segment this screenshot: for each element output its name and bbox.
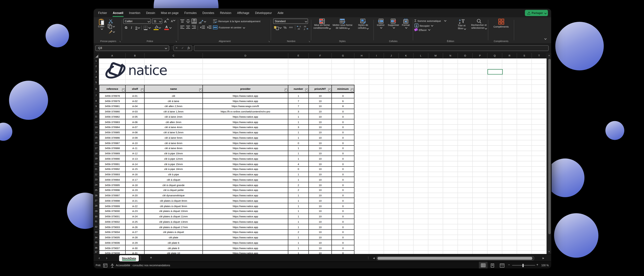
row-header-2[interactable]: 2 bbox=[94, 64, 99, 69]
cell[interactable]: 7 bbox=[288, 104, 309, 109]
cell[interactable] bbox=[309, 64, 332, 69]
sheet-tab-stockdata[interactable]: StockData bbox=[119, 255, 139, 261]
cell[interactable] bbox=[532, 109, 546, 114]
cell[interactable] bbox=[458, 245, 473, 251]
cell[interactable] bbox=[384, 172, 399, 177]
cell[interactable]: A-12 bbox=[126, 151, 144, 156]
cell[interactable] bbox=[502, 93, 517, 98]
dialog-launcher-icon[interactable]: ↘ bbox=[119, 40, 121, 42]
cell[interactable] bbox=[488, 93, 502, 98]
cell[interactable] bbox=[414, 85, 428, 93]
cell[interactable] bbox=[473, 161, 488, 167]
cell[interactable] bbox=[502, 135, 517, 140]
cell[interactable] bbox=[428, 93, 443, 98]
cell[interactable] bbox=[399, 209, 414, 214]
cell[interactable] bbox=[473, 146, 488, 151]
column-header-L[interactable]: L bbox=[414, 53, 428, 59]
cell[interactable] bbox=[369, 119, 384, 125]
cell[interactable] bbox=[532, 146, 546, 151]
cell[interactable]: https://www.natice.app bbox=[203, 156, 288, 161]
cell[interactable] bbox=[354, 98, 369, 104]
cell[interactable] bbox=[384, 177, 399, 182]
cell[interactable] bbox=[458, 130, 473, 135]
cell[interactable]: https://www.natice.app bbox=[203, 240, 288, 245]
cell[interactable] bbox=[502, 235, 517, 240]
cell[interactable] bbox=[443, 125, 458, 130]
table-header-priceUNT[interactable]: priceUNT▼ bbox=[309, 85, 332, 93]
cell[interactable] bbox=[532, 119, 546, 125]
cell[interactable] bbox=[458, 214, 473, 219]
cell[interactable]: https://www.natice.app bbox=[203, 167, 288, 172]
menu-tab-accueil[interactable]: Accueil bbox=[110, 9, 126, 17]
row-header-15[interactable]: 15 bbox=[94, 135, 99, 140]
cell[interactable] bbox=[502, 119, 517, 125]
format-painter-button[interactable] bbox=[107, 29, 114, 34]
cell[interactable]: 10 bbox=[309, 193, 332, 198]
prev-sheet-button[interactable]: ‹ bbox=[98, 254, 100, 262]
cell[interactable] bbox=[354, 161, 369, 167]
cell[interactable]: clé plate bbox=[144, 235, 203, 240]
row-header-21[interactable]: 21 bbox=[94, 167, 99, 172]
cell[interactable] bbox=[369, 251, 384, 254]
cell[interactable] bbox=[354, 114, 369, 119]
cell[interactable] bbox=[369, 172, 384, 177]
cell[interactable] bbox=[443, 203, 458, 209]
dialog-launcher-icon[interactable]: ↘ bbox=[268, 40, 270, 42]
cell[interactable] bbox=[488, 198, 502, 203]
cell[interactable] bbox=[488, 203, 502, 209]
cell[interactable]: https://www.natice.app bbox=[203, 224, 288, 230]
cell[interactable] bbox=[502, 230, 517, 235]
cell[interactable]: clé plate 10 bbox=[144, 251, 203, 254]
cell[interactable] bbox=[354, 156, 369, 161]
cell[interactable] bbox=[399, 240, 414, 245]
cell[interactable]: 3456-379004 bbox=[99, 230, 126, 235]
cell[interactable] bbox=[473, 141, 488, 146]
cell[interactable]: 1 bbox=[288, 151, 309, 156]
cell[interactable] bbox=[458, 93, 473, 98]
cell[interactable]: https://www.natice.app bbox=[203, 141, 288, 146]
cell[interactable] bbox=[473, 59, 488, 64]
cell[interactable] bbox=[502, 85, 517, 93]
cell[interactable] bbox=[399, 64, 414, 69]
menu-tab-affichage[interactable]: Affichage bbox=[234, 9, 252, 17]
row-header-26[interactable]: 26 bbox=[94, 193, 99, 198]
cell[interactable] bbox=[532, 235, 546, 240]
cell[interactable]: 6 bbox=[332, 98, 354, 104]
cell[interactable] bbox=[369, 64, 384, 69]
cell[interactable] bbox=[517, 172, 532, 177]
cell[interactable] bbox=[502, 219, 517, 224]
cell[interactable] bbox=[414, 203, 428, 209]
cell[interactable] bbox=[399, 214, 414, 219]
column-header-C[interactable]: C bbox=[144, 53, 203, 59]
cell[interactable] bbox=[428, 188, 443, 193]
row-header-32[interactable]: 32 bbox=[94, 224, 99, 230]
row-header-9[interactable]: 9 bbox=[94, 104, 99, 109]
cell[interactable]: A-19 bbox=[126, 188, 144, 193]
clear-button[interactable]: Effacer bbox=[414, 28, 430, 31]
cell[interactable] bbox=[532, 59, 546, 64]
cell[interactable]: 0 bbox=[332, 167, 354, 172]
insert-cells-button[interactable]: Insérer bbox=[375, 19, 386, 28]
row-header-36[interactable]: 36 bbox=[94, 245, 99, 251]
cell[interactable]: 10 bbox=[309, 224, 332, 230]
cell[interactable]: clé à pipe 15mm bbox=[144, 161, 203, 167]
cell[interactable]: 3456-378980 bbox=[99, 109, 126, 114]
fill-color-button[interactable] bbox=[153, 25, 161, 30]
cell[interactable] bbox=[443, 188, 458, 193]
cell[interactable]: 10 bbox=[309, 104, 332, 109]
cell[interactable] bbox=[488, 98, 502, 104]
cell[interactable]: 1 bbox=[288, 224, 309, 230]
cell[interactable]: 1 bbox=[288, 156, 309, 161]
cell[interactable] bbox=[473, 85, 488, 93]
cell[interactable] bbox=[354, 109, 369, 114]
cell[interactable]: A-05 bbox=[126, 114, 144, 119]
cell[interactable] bbox=[369, 224, 384, 230]
cell[interactable] bbox=[354, 188, 369, 193]
cell[interactable] bbox=[517, 104, 532, 109]
cell[interactable] bbox=[399, 93, 414, 98]
cell[interactable] bbox=[414, 214, 428, 219]
cell[interactable]: A-21 bbox=[126, 198, 144, 203]
cell[interactable]: 3456-378988 bbox=[99, 146, 126, 151]
cell[interactable] bbox=[517, 240, 532, 245]
row-header-3[interactable]: 3 bbox=[94, 69, 99, 74]
